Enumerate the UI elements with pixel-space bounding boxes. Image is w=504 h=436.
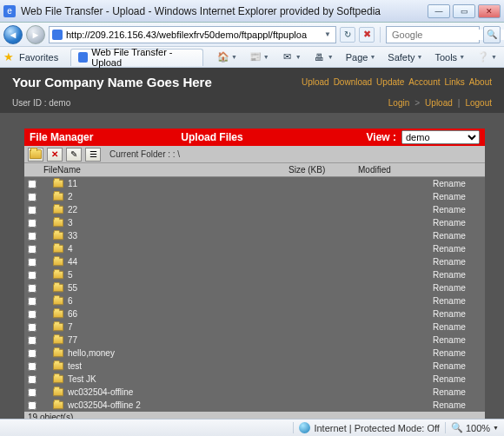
user-id-label: User ID : demo [12, 98, 70, 108]
table-row[interactable]: hello,moneyRename [24, 347, 485, 360]
row-checkbox[interactable] [28, 232, 36, 241]
col-size[interactable]: Size (KB) [285, 163, 355, 176]
link-links[interactable]: Links [445, 77, 465, 87]
row-checkbox[interactable] [28, 401, 36, 410]
col-modified[interactable]: Modified [355, 163, 433, 176]
crumb-upload[interactable]: Upload [425, 98, 453, 108]
table-row[interactable]: 44Rename [24, 255, 485, 268]
row-checkbox[interactable] [28, 310, 36, 319]
browser-tab[interactable]: Web File Transfer - Upload [70, 49, 203, 66]
table-row[interactable]: 4Rename [24, 242, 485, 255]
zoom-control[interactable]: 🔍 100% ▼ [445, 422, 499, 433]
row-rename-link[interactable]: Rename [433, 309, 485, 319]
table-row[interactable]: testRename [24, 360, 485, 373]
row-checkbox[interactable] [28, 388, 36, 397]
home-button[interactable]: 🏠▼ [214, 50, 241, 65]
search-button[interactable]: 🔍 [483, 26, 501, 43]
address-input[interactable] [66, 30, 322, 40]
row-checkbox[interactable] [28, 297, 36, 306]
row-rename-link[interactable]: Rename [433, 322, 485, 332]
row-rename-link[interactable]: Rename [433, 231, 485, 241]
row-checkbox[interactable] [28, 336, 36, 345]
table-row[interactable]: 5Rename [24, 268, 485, 281]
favorites-star-icon[interactable]: ★ [3, 50, 14, 63]
link-account[interactable]: Account [408, 77, 440, 87]
table-row[interactable]: wc032504-offlineRename [24, 386, 485, 399]
forward-button[interactable]: ► [26, 25, 45, 44]
row-rename-link[interactable]: Rename [433, 335, 485, 345]
row-rename-link[interactable]: Rename [433, 361, 485, 371]
row-rename-link[interactable]: Rename [433, 374, 485, 384]
search-box[interactable] [386, 26, 480, 43]
print-button[interactable]: 🖶▼ [310, 50, 337, 65]
row-rename-link[interactable]: Rename [433, 179, 485, 188]
row-rename-link[interactable]: Rename [433, 218, 485, 228]
row-checkbox[interactable] [28, 362, 36, 371]
col-filename[interactable]: FileName [40, 163, 285, 176]
maximize-button[interactable]: ▭ [453, 4, 475, 18]
row-rename-link[interactable]: Rename [433, 244, 485, 254]
link-about[interactable]: About [469, 77, 492, 87]
row-checkbox[interactable] [28, 375, 36, 384]
row-checkbox[interactable] [28, 245, 36, 254]
feeds-button[interactable]: 📰▼ [246, 50, 273, 65]
row-checkbox[interactable] [28, 258, 36, 267]
view-select[interactable]: demo [401, 130, 480, 144]
table-row[interactable]: 77Rename [24, 334, 485, 347]
row-checkbox[interactable] [28, 180, 36, 188]
row-filename: 7 [68, 322, 73, 332]
table-row[interactable]: 11Rename [24, 177, 485, 190]
row-checkbox[interactable] [28, 271, 36, 280]
address-bar[interactable]: ▼ [49, 26, 336, 43]
row-rename-link[interactable]: Rename [433, 283, 485, 293]
crumb-login[interactable]: Login [388, 98, 409, 108]
favorites-label[interactable]: Favorites [19, 52, 58, 63]
stop-button[interactable]: ✖ [359, 27, 375, 43]
upload-files-label[interactable]: Upload Files [155, 131, 242, 143]
row-rename-link[interactable]: Rename [433, 192, 485, 201]
table-row[interactable]: 2Rename [24, 190, 485, 203]
row-rename-link[interactable]: Rename [433, 270, 485, 280]
page-menu[interactable]: Page▼ [342, 50, 380, 64]
crumb-logout[interactable]: Logout [465, 98, 492, 108]
zoom-dropdown-icon[interactable]: ▼ [493, 425, 499, 431]
table-row[interactable]: 3Rename [24, 216, 485, 229]
row-checkbox[interactable] [28, 284, 36, 293]
table-row[interactable]: 33Rename [24, 229, 485, 242]
row-checkbox[interactable] [28, 349, 36, 358]
tools-menu[interactable]: Tools▼ [431, 50, 468, 64]
row-rename-link[interactable]: Rename [433, 400, 485, 410]
properties-button[interactable]: ☰ [85, 148, 101, 162]
minimize-button[interactable]: — [428, 4, 450, 18]
table-row[interactable]: 22Rename [24, 203, 485, 216]
table-row[interactable]: wc032504-offline 2Rename [24, 399, 485, 412]
rename-button[interactable]: ✎ [66, 148, 82, 162]
refresh-button[interactable]: ↻ [340, 27, 355, 43]
delete-button[interactable]: ✕ [47, 148, 63, 162]
address-dropdown-icon[interactable]: ▼ [322, 30, 333, 38]
table-row[interactable]: 66Rename [24, 307, 485, 320]
row-rename-link[interactable]: Rename [433, 205, 485, 215]
row-rename-link[interactable]: Rename [433, 348, 485, 358]
security-zone[interactable]: Internet | Protected Mode: Off [293, 422, 440, 433]
safety-menu[interactable]: Safety▼ [384, 50, 426, 64]
row-rename-link[interactable]: Rename [433, 257, 485, 267]
mail-button[interactable]: ✉▼ [278, 50, 305, 65]
close-button[interactable]: ✕ [478, 4, 501, 18]
row-checkbox[interactable] [28, 323, 36, 332]
row-checkbox[interactable] [28, 219, 36, 228]
row-rename-link[interactable]: Rename [433, 296, 485, 306]
row-rename-link[interactable]: Rename [433, 387, 485, 397]
back-button[interactable]: ◄ [3, 25, 23, 44]
table-row[interactable]: 7Rename [24, 320, 485, 334]
link-update[interactable]: Update [376, 77, 404, 87]
link-download[interactable]: Download [334, 77, 372, 87]
row-checkbox[interactable] [28, 206, 36, 215]
table-row[interactable]: Test JKRename [24, 373, 485, 386]
row-checkbox[interactable] [28, 193, 36, 201]
link-upload[interactable]: Upload [302, 77, 329, 87]
table-row[interactable]: 55Rename [24, 281, 485, 294]
table-row[interactable]: 6Rename [24, 294, 485, 307]
open-folder-button[interactable] [28, 148, 43, 162]
help-button[interactable]: ❔▼ [474, 50, 501, 65]
